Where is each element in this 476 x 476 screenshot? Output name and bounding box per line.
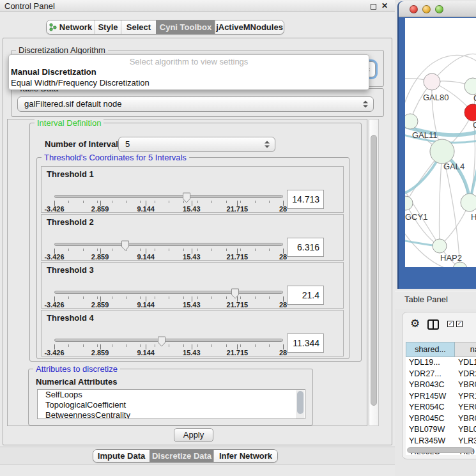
tick-label: 2.859 <box>91 253 109 261</box>
checkbox-icon[interactable] <box>447 321 454 327</box>
threshold-panel-4: Threshold 4 -3.426 2.859 9.144 15.43 21.… <box>41 310 344 357</box>
column-header-shared[interactable]: shared... <box>406 342 455 357</box>
threshold-4-value[interactable]: 11.344 <box>287 334 324 353</box>
table-row[interactable]: YPR145WYPR1 <box>406 391 476 403</box>
node-label: C <box>473 120 476 130</box>
table-row[interactable]: YBR043CYBR0 <box>406 380 476 391</box>
tab-style[interactable]: Style <box>95 20 121 34</box>
threshold-4-slider[interactable]: -3.426 2.859 9.144 15.43 21.715 28 <box>54 311 283 357</box>
tab-impute-data[interactable]: Impute Data <box>93 450 150 462</box>
tick-label: 9.144 <box>137 301 155 309</box>
tick-label: -3.426 <box>44 349 64 357</box>
table-row[interactable]: YBL079WYBL0 <box>406 424 476 436</box>
tick-label: 28 <box>279 205 287 213</box>
network-window-titlebar[interactable] <box>399 1 476 17</box>
table-row[interactable]: YBR045CYBR0 <box>406 413 476 425</box>
node <box>424 73 440 90</box>
tick-label: -3.426 <box>44 205 64 213</box>
table-row[interactable]: YER054CYER0 <box>406 402 476 413</box>
node-label: G <box>473 93 476 103</box>
node-label: GCY1 <box>405 212 427 222</box>
tick-label: 28 <box>279 349 287 357</box>
tick-label: -3.426 <box>44 253 64 261</box>
node-label: GAL4 <box>443 162 464 171</box>
algorithm-hint-item[interactable]: Select algorithm to view settings <box>9 55 369 66</box>
number-of-intervals-label: Number of Intervals <box>45 139 123 149</box>
table-header-row: shared... name <box>406 342 476 357</box>
table-row[interactable]: YDR27...YDR2 <box>406 369 476 380</box>
node-label: HAP2 <box>440 253 462 263</box>
tab-discretize-data[interactable]: Discretize Data <box>150 450 213 462</box>
float-panel-icon[interactable] <box>371 4 376 10</box>
tab-infer-network[interactable]: Infer Network <box>213 450 277 462</box>
threshold-3-slider[interactable]: -3.426 2.859 9.144 15.43 21.715 28 <box>54 263 283 309</box>
horizontal-scrollbar[interactable] <box>407 447 473 453</box>
gear-icon[interactable]: ⚙ <box>410 317 420 330</box>
close-icon[interactable]: ✕ <box>381 1 388 10</box>
zoom-traffic-light-icon[interactable] <box>435 5 443 13</box>
threshold-2-slider[interactable]: -3.426 2.859 9.144 15.43 21.715 28 <box>54 215 283 261</box>
threshold-1-value[interactable]: 14.713 <box>287 190 324 209</box>
attributes-group-title: Attributes to discretize <box>33 364 120 374</box>
node-label: GAL11 <box>412 130 438 140</box>
tab-cyni-toolbox[interactable]: Cyni Toolbox <box>156 20 215 34</box>
node-attribute-table[interactable]: YDL19...YDL1 YDR27...YDR2 YBR043CYBR0 YP… <box>406 357 476 455</box>
table-row[interactable]: YDL19...YDL1 <box>406 357 476 369</box>
split-columns-icon[interactable] <box>427 319 439 330</box>
close-traffic-light-icon[interactable] <box>410 5 418 13</box>
threshold-panel-1: Threshold 1 -3.426 2.859 9.144 15.43 21.… <box>41 166 344 213</box>
threshold-panel-3: Threshold 3 -3.426 2.859 9.144 15.43 21.… <box>41 262 344 309</box>
threshold-1-slider[interactable]: -3.426 2.859 9.144 15.43 21.715 28 <box>54 167 283 213</box>
combo-arrows-icon <box>265 141 269 148</box>
slider-track[interactable] <box>54 339 283 342</box>
table-data-combobox[interactable]: galFiltered.sif default node <box>17 96 374 112</box>
numerical-attributes-list[interactable]: SelfLoops TopologicalCoefficient Between… <box>37 389 305 419</box>
network-canvas[interactable]: GAL80 G C GAL11 GAL4 GCY1 H HAP2 <box>405 18 476 267</box>
threshold-2-value[interactable]: 6.316 <box>287 238 324 257</box>
column-header-name[interactable]: name <box>455 342 476 357</box>
minimize-traffic-light-icon[interactable] <box>422 5 431 13</box>
scrollbar-thumb[interactable] <box>297 391 303 414</box>
slider-track[interactable] <box>54 243 283 246</box>
numerical-attributes-label: Numerical Attributes <box>36 377 117 387</box>
threshold-4-slider-thumb[interactable] <box>158 336 166 347</box>
network-graph: GAL80 G C GAL11 GAL4 GCY1 H HAP2 <box>405 18 476 267</box>
tab-select[interactable]: Select <box>121 20 156 34</box>
combo-arrows-icon <box>363 101 367 108</box>
threshold-2-slider-thumb[interactable] <box>121 240 129 251</box>
tab-network[interactable]: Network <box>47 20 95 34</box>
tick-label: -3.426 <box>44 301 64 309</box>
network-icon <box>49 23 57 31</box>
table-row[interactable]: YLR345WYLR3 <box>406 436 476 447</box>
apply-button[interactable]: Apply <box>174 428 213 442</box>
checkbox-icon[interactable] <box>456 321 463 327</box>
vertical-scrollbar[interactable] <box>369 119 379 426</box>
discretization-algorithm-group-title: Discretization Algorithm <box>16 45 108 55</box>
tick-label: 28 <box>279 253 287 261</box>
slider-track[interactable] <box>54 291 283 294</box>
tab-jactivemnodules[interactable]: jActiveMNodules <box>215 20 284 34</box>
tick-label: 21.715 <box>227 349 249 357</box>
algorithm-option-equal-width[interactable]: Equal Width/Frequency Discretization <box>9 77 369 88</box>
tick-label: 21.715 <box>227 205 249 213</box>
bottom-tab-bar: Impute Data Discretize Data Infer Networ… <box>93 449 278 463</box>
thresholds-group-title: Threshold's Coordinates for 5 Intervals <box>42 153 189 162</box>
control-panel: Control Panel ✕ Network Style Select Cyn… <box>0 0 395 476</box>
list-item[interactable]: TopologicalCoefficient <box>38 400 305 410</box>
threshold-3-value[interactable]: 21.4 <box>287 286 324 305</box>
tick-label: 28 <box>279 301 287 309</box>
number-of-intervals-combobox[interactable]: 5 <box>118 137 275 152</box>
node <box>405 196 413 210</box>
algorithm-option-manual[interactable]: Manual Discretization <box>9 66 369 77</box>
threshold-3-slider-thumb[interactable] <box>231 288 239 299</box>
slider-track[interactable] <box>54 195 283 198</box>
list-item[interactable]: SelfLoops <box>38 390 305 400</box>
list-scrollbar[interactable] <box>296 390 304 418</box>
tab-network-label: Network <box>59 22 92 32</box>
node <box>430 139 454 164</box>
tick-label: 15.43 <box>183 205 201 213</box>
list-item[interactable]: BetweennessCentrality <box>38 410 305 419</box>
scrollbar-thumb[interactable] <box>371 135 377 406</box>
tick-label: 9.144 <box>137 253 155 261</box>
threshold-1-slider-thumb[interactable] <box>182 192 190 203</box>
